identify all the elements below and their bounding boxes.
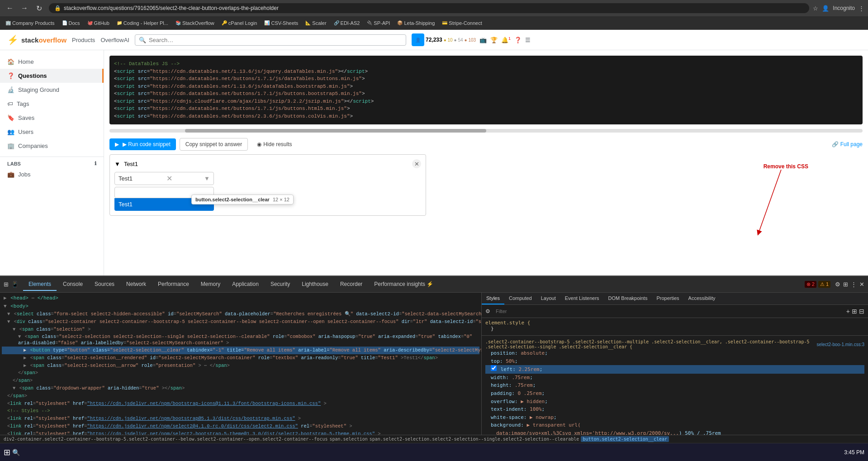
devtools-icon-inspect[interactable]: ⊞ bbox=[4, 281, 9, 288]
tab-computed[interactable]: Computed bbox=[504, 293, 536, 304]
css-source-1[interactable]: select2-boo-1.min.css:3 bbox=[816, 342, 864, 347]
tv-icon[interactable]: 📺 bbox=[479, 37, 487, 43]
breadcrumb-span-selection[interactable]: span.selection bbox=[329, 437, 367, 442]
bookmark-stripe[interactable]: 💳 Stripe-Connect bbox=[440, 19, 484, 27]
bookmark-edi[interactable]: 🔗 EDI-AS2 bbox=[332, 19, 362, 27]
tab-sources[interactable]: Sources bbox=[89, 278, 120, 291]
devtools-settings-icon[interactable]: ⚙ bbox=[835, 281, 840, 288]
scrollbar-thumb[interactable] bbox=[185, 129, 486, 133]
menu-icon[interactable]: ⋮ bbox=[859, 5, 864, 12]
menu-icon[interactable]: ☰ bbox=[525, 37, 531, 43]
search-bar[interactable]: 🔍 bbox=[135, 34, 406, 46]
new-rule-icon[interactable]: + bbox=[846, 308, 850, 315]
user-avatar-rep[interactable]: 👤 72,233 ● 10 ● 54 ● 103 bbox=[412, 33, 476, 46]
so-logo[interactable]: ⚡ stackoverflow bbox=[7, 34, 66, 45]
help-icon[interactable]: ❓ bbox=[514, 37, 522, 43]
css-checkbox-left[interactable] bbox=[491, 365, 497, 371]
forward-button[interactable]: → bbox=[18, 2, 31, 14]
select2-container[interactable]: Test1 ✕ ▼ bbox=[114, 172, 214, 185]
tooltip-element-name: button.select2-selection__clear bbox=[195, 197, 270, 202]
bookmark-label: Scaler bbox=[312, 20, 326, 26]
bookmark-stackoverflow[interactable]: 📚 StackOverflow bbox=[174, 19, 216, 27]
sidebar-item-saves[interactable]: 🔖 Saves bbox=[0, 111, 104, 125]
sidebar-item-home[interactable]: 🏠 Home bbox=[0, 55, 104, 69]
search-input[interactable] bbox=[149, 37, 402, 43]
hide-results-button[interactable]: ◉ Hide results bbox=[251, 138, 297, 150]
overflow-ai-menu[interactable]: OverflowAI bbox=[100, 37, 129, 43]
css-prop-left: left: 2.25rem; bbox=[485, 365, 864, 374]
devtools-icon-mobile[interactable]: 📱 bbox=[11, 281, 19, 288]
bookmark-github[interactable]: 🐙 GitHub bbox=[85, 19, 111, 27]
sidebar-item-staging[interactable]: 🔬 Staging Ground bbox=[0, 83, 104, 97]
devtools: ⊞ 📱 Elements Console Sources Network Per… bbox=[0, 276, 868, 461]
css-prop-width-1: width: .75rem; bbox=[485, 374, 864, 382]
search-taskbar-icon[interactable]: 🔍 bbox=[12, 449, 20, 456]
breadcrumb-span-select2sel[interactable]: span.select2-selection.select2-selection… bbox=[370, 437, 579, 442]
browser-chrome: ← → ↻ 🔒 stackoverflow.com/questions/7916… bbox=[0, 0, 868, 30]
styles-filter-input[interactable] bbox=[492, 307, 844, 316]
sidebar-item-jobs[interactable]: 💼 Jobs bbox=[7, 169, 96, 180]
tab-performance-insights[interactable]: Performance insights ⚡ bbox=[369, 278, 439, 291]
tab-application[interactable]: Application bbox=[227, 278, 264, 291]
windows-icon[interactable]: ⊞ bbox=[4, 447, 10, 457]
tab-recorder[interactable]: Recorder bbox=[335, 278, 368, 291]
tab-event-listeners[interactable]: Event Listeners bbox=[560, 293, 604, 304]
sidebar-item-users[interactable]: 👥 Users bbox=[0, 125, 104, 139]
devtools-close-icon[interactable]: ✕ bbox=[859, 281, 864, 288]
tab-console[interactable]: Console bbox=[57, 278, 88, 291]
tab-dom-breakpoints[interactable]: DOM Breakpoints bbox=[604, 293, 652, 304]
run-snippet-button[interactable]: ▶ ▶ Run code snippet bbox=[109, 138, 176, 150]
bookmark-company-products[interactable]: 🏢 Company Products bbox=[4, 19, 57, 27]
select2-clear-button[interactable]: ✕ bbox=[166, 174, 172, 183]
fullpage-link[interactable]: 🔗 Full page bbox=[832, 141, 863, 147]
tab-accessibility[interactable]: Accessibility bbox=[684, 293, 720, 304]
bookmark-shipping[interactable]: 📦 Leta-Shipping bbox=[395, 19, 436, 27]
dom-line-button-clear[interactable]: ▶ <button type="button" class="select2-s… bbox=[2, 347, 479, 354]
trophy-icon[interactable]: 🏆 bbox=[490, 37, 498, 43]
bookmark-scaler[interactable]: 📐 Scaler bbox=[304, 19, 328, 27]
code-scrollbar[interactable] bbox=[109, 129, 863, 133]
bookmark-csv[interactable]: 📊 CSV-Sheets bbox=[262, 19, 300, 27]
bookmark-sp-api[interactable]: 🔌 SP-API bbox=[365, 19, 392, 27]
browser-toolbar: ← → ↻ 🔒 stackoverflow.com/questions/7916… bbox=[0, 0, 868, 16]
more-options-icon[interactable]: ⊞ bbox=[852, 308, 857, 315]
devtools-more-icon[interactable]: ⋮ bbox=[851, 281, 857, 288]
demo-close-button[interactable]: ✕ bbox=[412, 159, 421, 168]
star-icon[interactable]: ☆ bbox=[813, 5, 818, 12]
tab-lighthouse[interactable]: Lighthouse bbox=[296, 278, 334, 291]
expand-head[interactable]: ▶ bbox=[4, 295, 7, 301]
bookmark-label: EDI-AS2 bbox=[341, 20, 360, 26]
full-page: ← → ↻ 🔒 stackoverflow.com/questions/7916… bbox=[0, 0, 868, 461]
refresh-button[interactable]: ↻ bbox=[33, 2, 45, 14]
tab-styles[interactable]: Styles bbox=[482, 293, 504, 304]
copy-snippet-button[interactable]: Copy snippet to answer bbox=[180, 138, 248, 151]
tab-performance[interactable]: Performance bbox=[152, 278, 194, 291]
bookmark-cpanel[interactable]: 🔑 cPanel Login bbox=[220, 19, 259, 27]
svg-line-0 bbox=[759, 170, 781, 233]
expand-icon[interactable]: ⊟ bbox=[859, 308, 864, 315]
address-bar[interactable]: 🔒 stackoverflow.com/questions/79162065/s… bbox=[49, 3, 809, 13]
divider-1 bbox=[482, 335, 868, 336]
breadcrumb-button-clear[interactable]: button.select2-selection__clear bbox=[581, 436, 669, 442]
tab-network[interactable]: Network bbox=[121, 278, 152, 291]
expand-body[interactable]: ▼ bbox=[4, 304, 7, 309]
profile-icon[interactable]: 👤 bbox=[822, 5, 829, 12]
tab-elements[interactable]: Elements bbox=[23, 278, 57, 291]
back-button[interactable]: ← bbox=[4, 2, 16, 14]
tab-memory[interactable]: Memory bbox=[195, 278, 226, 291]
devtools-dock-icon[interactable]: ⊞ bbox=[843, 281, 848, 288]
collapse-icon[interactable]: ▼ bbox=[114, 161, 120, 167]
breadcrumb-div2[interactable]: div2-container.select2-container--bootst… bbox=[4, 437, 327, 442]
sidebar-item-tags[interactable]: 🏷 Tags bbox=[0, 97, 104, 111]
bookmark-docs[interactable]: 📄 Docs bbox=[60, 19, 82, 27]
bookmark-coding[interactable]: 📁 Coding - Helper Pl... bbox=[115, 19, 170, 27]
sidebar-item-questions[interactable]: ❓ Questions bbox=[0, 69, 104, 83]
tab-security[interactable]: Security bbox=[265, 278, 295, 291]
inbox-icon[interactable]: 🔔1 bbox=[501, 36, 511, 43]
tab-layout[interactable]: Layout bbox=[536, 293, 560, 304]
tab-properties[interactable]: Properties bbox=[652, 293, 683, 304]
labs-info-icon[interactable]: ℹ bbox=[95, 161, 96, 166]
user-rep: 72,233 bbox=[426, 37, 442, 43]
products-menu[interactable]: Products bbox=[72, 37, 95, 43]
sidebar-item-companies[interactable]: 🏢 Companies bbox=[0, 139, 104, 153]
